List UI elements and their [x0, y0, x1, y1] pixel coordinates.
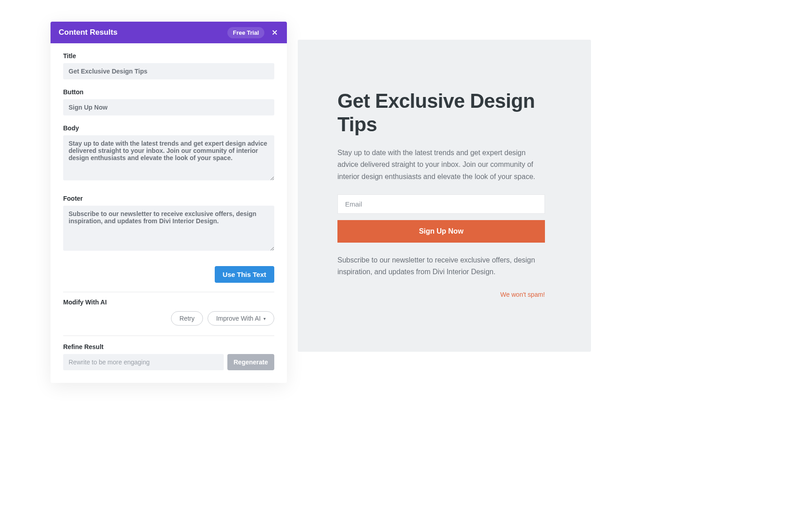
body-label: Body [63, 124, 274, 132]
panel-header-actions: Free Trial [227, 27, 279, 38]
title-label: Title [63, 52, 274, 60]
preview-pane: Get Exclusive Design Tips Stay up to dat… [298, 40, 591, 352]
use-this-text-button[interactable]: Use This Text [215, 266, 274, 283]
panel-body: Title Button Body Footer Use This Text M… [51, 43, 287, 383]
preview-title: Get Exclusive Design Tips [337, 89, 565, 136]
button-label: Button [63, 88, 274, 96]
preview-body: Stay up to date with the latest trends a… [337, 147, 545, 183]
footer-field[interactable] [63, 206, 274, 251]
content-results-panel: Content Results Free Trial Title Button … [51, 22, 287, 383]
chevron-down-icon: ▾ [263, 316, 266, 321]
email-field[interactable] [337, 194, 545, 214]
title-field[interactable] [63, 63, 274, 79]
refine-row: Regenerate [63, 354, 274, 370]
refine-input[interactable] [63, 354, 224, 370]
footer-label: Footer [63, 195, 274, 202]
retry-button[interactable]: Retry [171, 311, 203, 326]
use-text-row: Use This Text [63, 266, 274, 292]
regenerate-button[interactable]: Regenerate [227, 354, 274, 370]
body-field[interactable] [63, 135, 274, 180]
refine-label: Refine Result [63, 343, 274, 350]
improve-label: Improve With AI [216, 315, 261, 322]
panel-title: Content Results [59, 28, 117, 37]
modify-actions: Retry Improve With AI ▾ [63, 311, 274, 336]
preview-footer: Subscribe to our newsletter to receive e… [337, 254, 536, 277]
improve-with-ai-button[interactable]: Improve With AI ▾ [208, 311, 274, 326]
signup-button[interactable]: Sign Up Now [337, 220, 545, 243]
close-icon[interactable] [271, 28, 279, 37]
button-field[interactable] [63, 99, 274, 115]
modify-label: Modify With AI [63, 299, 274, 306]
panel-header: Content Results Free Trial [51, 22, 287, 43]
free-trial-button[interactable]: Free Trial [227, 27, 264, 38]
spam-note: We won't spam! [337, 291, 545, 298]
